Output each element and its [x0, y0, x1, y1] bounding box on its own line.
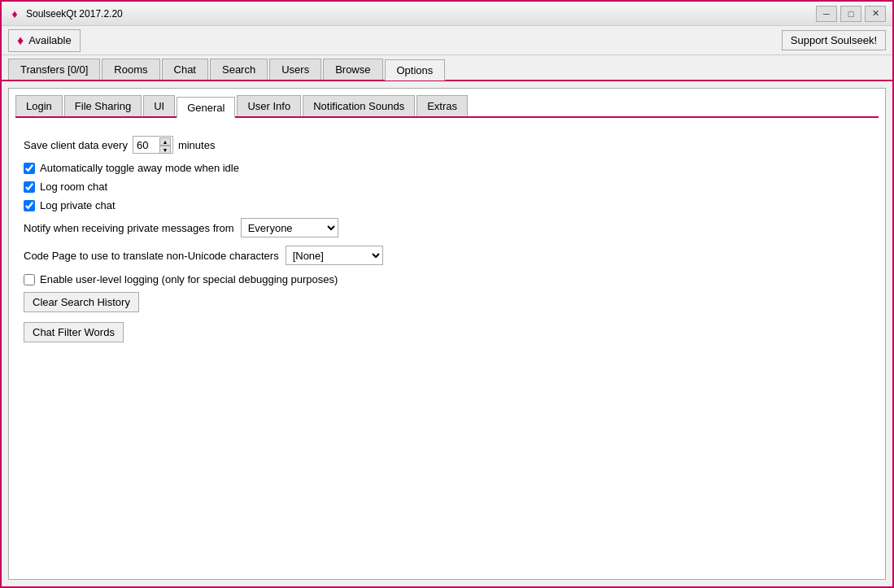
- general-settings-form: Save client data every ▲ ▼ minutes Autom…: [15, 128, 879, 355]
- window-controls: ─ □ ✕: [816, 6, 886, 22]
- save-client-prefix-label: Save client data every: [24, 139, 128, 151]
- clear-history-button[interactable]: Clear Search History: [24, 292, 139, 312]
- subtab-notification-sounds[interactable]: Notification Sounds: [303, 95, 415, 116]
- auto-away-row: Automatically toggle away mode when idle: [24, 162, 870, 174]
- window-title: SoulseekQt 2017.2.20: [26, 8, 816, 20]
- maximize-button[interactable]: □: [840, 6, 861, 22]
- debug-log-label: Enable user-level logging (only for spec…: [40, 273, 338, 285]
- tab-users[interactable]: Users: [269, 59, 321, 80]
- log-room-row: Log room chat: [24, 181, 870, 193]
- notify-row: Notify when receiving private messages f…: [24, 218, 870, 237]
- minimize-button[interactable]: ─: [816, 6, 837, 22]
- sub-tabs: Login File Sharing UI General User Info …: [15, 95, 879, 118]
- log-private-row: Log private chat: [24, 199, 870, 211]
- spin-down-button[interactable]: ▼: [159, 146, 171, 154]
- codepage-select[interactable]: [None] UTF-8 ISO-8859-1: [286, 246, 383, 265]
- spin-up-button[interactable]: ▲: [159, 137, 171, 146]
- subtab-general[interactable]: General: [177, 97, 235, 118]
- debug-row: Enable user-level logging (only for spec…: [24, 273, 870, 285]
- tab-options[interactable]: Options: [385, 59, 446, 81]
- save-client-suffix-label: minutes: [178, 139, 216, 151]
- subtab-extras[interactable]: Extras: [416, 95, 468, 116]
- codepage-row: Code Page to use to translate non-Unicod…: [24, 246, 870, 265]
- available-button[interactable]: ♦ Available: [8, 29, 81, 52]
- codepage-prefix-label: Code Page to use to translate non-Unicod…: [24, 250, 279, 262]
- log-private-label: Log private chat: [40, 199, 116, 211]
- available-icon: ♦: [17, 33, 24, 48]
- subtab-file-sharing[interactable]: File Sharing: [64, 95, 142, 116]
- tab-search[interactable]: Search: [210, 59, 268, 80]
- notify-prefix-label: Notify when receiving private messages f…: [24, 222, 234, 234]
- close-button[interactable]: ✕: [865, 6, 886, 22]
- log-room-label: Log room chat: [40, 181, 107, 193]
- nav-tabs: Transfers [0/0] Rooms Chat Search Users …: [2, 55, 892, 81]
- menu-bar: ♦ Available Support Soulseek!: [2, 26, 892, 55]
- save-interval-spinbox: ▲ ▼: [133, 136, 173, 154]
- tab-browse[interactable]: Browse: [323, 59, 382, 80]
- spinbox-arrows: ▲ ▼: [159, 137, 171, 154]
- support-button[interactable]: Support Soulseek!: [782, 30, 886, 50]
- available-label: Available: [28, 34, 72, 46]
- subtab-user-info[interactable]: User Info: [237, 95, 301, 116]
- chat-filter-button[interactable]: Chat Filter Words: [24, 322, 124, 342]
- subtab-ui[interactable]: UI: [143, 95, 175, 116]
- debug-log-checkbox[interactable]: [24, 274, 35, 285]
- log-room-checkbox[interactable]: [24, 181, 35, 193]
- subtab-login[interactable]: Login: [15, 95, 63, 116]
- save-client-row: Save client data every ▲ ▼ minutes: [24, 136, 870, 154]
- tab-chat[interactable]: Chat: [162, 59, 208, 80]
- notify-select[interactable]: Everyone Friends No one: [241, 218, 338, 237]
- app-icon: ♦: [8, 7, 21, 20]
- auto-away-label: Automatically toggle away mode when idle: [40, 162, 239, 174]
- tab-transfers[interactable]: Transfers [0/0]: [8, 59, 100, 80]
- options-panel: Login File Sharing UI General User Info …: [8, 88, 886, 580]
- log-private-checkbox[interactable]: [24, 200, 35, 211]
- tab-rooms[interactable]: Rooms: [102, 59, 159, 80]
- content-area: Login File Sharing UI General User Info …: [2, 81, 892, 586]
- clear-history-row: Clear Search History: [24, 292, 870, 317]
- title-bar: ♦ SoulseekQt 2017.2.20 ─ □ ✕: [2, 2, 892, 26]
- chat-filter-row: Chat Filter Words: [24, 322, 870, 347]
- main-window: ♦ SoulseekQt 2017.2.20 ─ □ ✕ ♦ Available…: [0, 0, 894, 588]
- auto-away-checkbox[interactable]: [24, 163, 35, 174]
